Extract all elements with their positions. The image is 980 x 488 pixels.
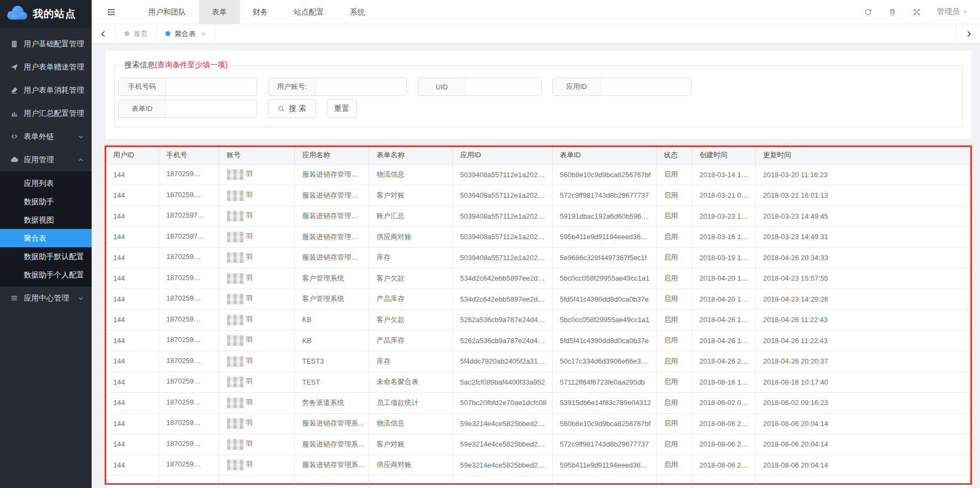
- chevron-up-icon: [77, 156, 85, 164]
- cell-created-time: 2018-03-23 10:26:18: [692, 206, 755, 227]
- table-row-partial: [106, 476, 971, 488]
- fullscreen-icon[interactable]: [913, 8, 921, 16]
- cell-form-name: 产品库存: [369, 289, 452, 310]
- phone-visible-digits: 1870259: [167, 253, 201, 261]
- table-row: 1441870259羽服装进销存管理系...客户对账59e3214e4ce582…: [106, 434, 971, 455]
- cell-status: 启用: [656, 351, 692, 372]
- send-icon: [10, 63, 18, 72]
- cell-app-id: 534d2c642ebb5897ee2d0cdf: [452, 289, 552, 310]
- sidebar-item-label: 应用中心管理: [24, 294, 69, 303]
- cell-form-name: 客户对账: [369, 434, 452, 455]
- cell-created-time: 2018-04-26 11:22:34: [692, 310, 755, 331]
- cell-app-id: 534d2c642ebb5897ee2d0cdf: [452, 268, 552, 289]
- sidebar-item[interactable]: 应用中心管理: [0, 287, 92, 310]
- cell-app-name: 劳务派遣系统: [294, 393, 369, 414]
- table-row: 1441870259羽TEST未命名聚合表5ac2fcf089baf4400f3…: [106, 372, 971, 393]
- cell-form-name: 账户汇总: [369, 206, 452, 227]
- nav-item[interactable]: 系统: [337, 0, 378, 24]
- phone-visible-digits: 1870259: [167, 170, 201, 178]
- nav-item[interactable]: 用户和团队: [135, 0, 199, 24]
- search-panel: 搜索信息(查询条件至少填一项) 手机号码用户账号:UID应用ID 表单ID 搜 …: [106, 51, 971, 139]
- reset-button[interactable]: 重置: [327, 99, 357, 118]
- phone-field-input[interactable]: [166, 78, 257, 95]
- tab-label: 首页: [134, 29, 148, 39]
- sidebar-item[interactable]: 用户表单消耗管理: [0, 79, 92, 102]
- sidebar-subitem[interactable]: 数据助手: [0, 192, 92, 211]
- phone-visible-digits: 1870259: [167, 398, 201, 406]
- collapse-sidebar-icon[interactable]: [107, 8, 116, 16]
- trash-icon[interactable]: [888, 8, 896, 16]
- tab[interactable]: 聚合表×: [157, 24, 215, 43]
- cell-form-name: 供应商对账: [369, 455, 452, 476]
- sidebar-item[interactable]: 用户汇总配置管理: [0, 102, 92, 125]
- form-id-field-input[interactable]: [166, 100, 257, 117]
- cell-app-name: 服装进销存管理系统: [294, 227, 369, 248]
- table-row: 1441870259羽客户管理系统产品库存534d2c642ebb5897ee2…: [106, 289, 971, 310]
- nav-item[interactable]: 表单: [199, 0, 240, 24]
- masked-account-blur: [227, 398, 244, 408]
- cell-form-name: 未命名聚合表: [369, 372, 452, 393]
- cell-phone: 1870259: [158, 393, 219, 414]
- app-id-field-input[interactable]: [601, 78, 691, 95]
- cell-updated-time: 2018-04-23 15:57:55: [755, 268, 971, 289]
- sidebar-subitem[interactable]: 数据视图: [0, 211, 92, 229]
- table-row: 1441870259羽客户管理系统客户欠款534d2c642ebb5897ee2…: [106, 268, 971, 289]
- cell-status: 启用: [656, 289, 692, 310]
- nav-item[interactable]: 站点配置: [281, 0, 337, 24]
- uid-field-input[interactable]: [466, 78, 541, 95]
- search-legend: 搜索信息(查询条件至少填一项): [122, 60, 230, 70]
- bar-chart-icon: [10, 109, 18, 118]
- cell-form-name: 库存: [369, 351, 452, 372]
- masked-account-blur: [227, 169, 244, 180]
- account-field-input[interactable]: [316, 78, 406, 95]
- cell-created-time: 2018-04-26 11:22:34: [692, 330, 755, 351]
- column-header: 更新时间: [755, 147, 971, 164]
- tabs-scroll-left-icon[interactable]: [92, 24, 115, 43]
- sidebar-subitem[interactable]: 数据助手默认配置: [0, 247, 92, 266]
- cell-account: 羽: [219, 289, 294, 310]
- phone-visible-digits: 1870259: [167, 461, 201, 469]
- cell-empty: [552, 476, 656, 488]
- account-visible-char: 羽: [246, 253, 253, 261]
- refresh-icon[interactable]: [864, 8, 872, 16]
- masked-account-blur: [227, 315, 244, 325]
- search-button[interactable]: 搜 索: [268, 99, 316, 118]
- close-tab-icon[interactable]: ×: [201, 30, 206, 38]
- sidebar-item[interactable]: 表单外链: [0, 125, 92, 148]
- cell-app-name: 服装进销存管理系统: [294, 247, 369, 268]
- phone-visible-digits: 1870259: [167, 295, 201, 303]
- cell-empty: [452, 476, 552, 488]
- cell-status: 启用: [656, 455, 692, 476]
- cell-app-name: 客户管理系统: [294, 268, 369, 289]
- sidebar-subitem[interactable]: 数据助手个人配置: [0, 266, 92, 284]
- cell-phone: 1870259: [158, 351, 219, 372]
- sidebar-subitem[interactable]: 应用列表: [0, 174, 92, 192]
- nav-item[interactable]: 财务: [240, 0, 281, 24]
- cell-created-time: 2018-03-21 09:09:04: [692, 185, 755, 206]
- phone-visible-digits: 1870259: [167, 378, 201, 386]
- masked-account-blur: [227, 356, 244, 367]
- page-content: 搜索信息(查询条件至少填一项) 手机号码用户账号:UID应用ID 表单ID 搜 …: [92, 44, 980, 488]
- eraser-icon: [10, 86, 18, 95]
- column-header: 应用名称: [294, 147, 369, 164]
- form-id-field-group: 表单ID: [118, 100, 257, 118]
- main-area: 用户和团队表单财务站点配置系统 管理员 首页聚合表× 搜索信息(查询条件至少填一…: [92, 0, 980, 488]
- navbar-actions: 管理员: [864, 7, 980, 17]
- app-id-field-label: 应用ID: [553, 78, 601, 95]
- sidebar-item[interactable]: 用户表单赠送管理: [0, 55, 92, 79]
- sidebar-menu: 用户基础配置管理用户表单赠送管理用户表单消耗管理用户汇总配置管理表单外链应用管理…: [0, 28, 92, 488]
- tab[interactable]: 首页: [116, 24, 157, 43]
- table-row: 1441870259羽KB客户欠款5262a536cb9a787e24d46de…: [106, 310, 971, 331]
- sidebar-item[interactable]: 应用管理: [0, 148, 92, 171]
- cell-app-id: 5ac2fcf089baf4400f33a952: [452, 372, 552, 393]
- phone-field-group: 手机号码: [118, 78, 257, 96]
- cell-updated-time: 2018-08-06 20:04:14: [755, 413, 971, 434]
- logo[interactable]: 我的站点: [0, 0, 92, 28]
- phone-visible-digits: 1870259: [167, 191, 201, 199]
- column-header: 表单ID: [552, 147, 656, 164]
- sidebar-subitem-active[interactable]: 聚合表: [0, 229, 92, 247]
- sidebar-item[interactable]: 用户基础配置管理: [0, 32, 92, 55]
- user-menu[interactable]: 管理员: [937, 7, 968, 17]
- results-table: 用户ID手机号账号应用名称表单名称应用ID表单ID状态创建时间更新时间14418…: [106, 147, 971, 488]
- tabs-scroll-right-icon[interactable]: [956, 24, 980, 43]
